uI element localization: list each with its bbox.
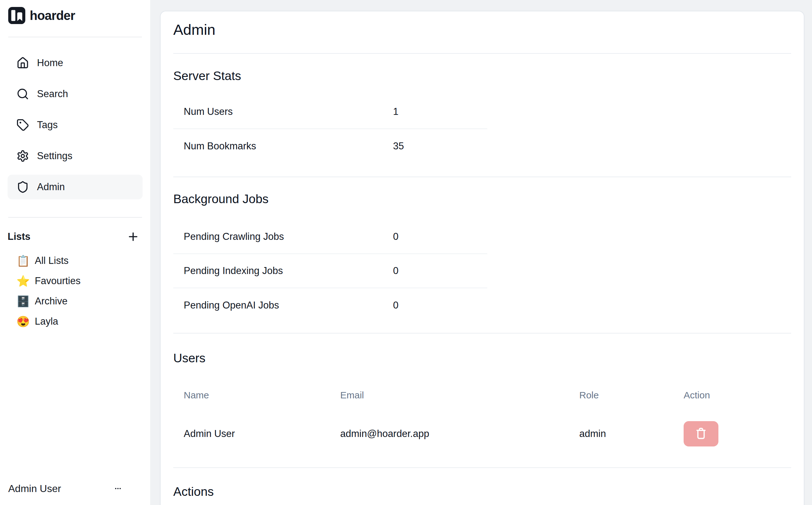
actions-title: Actions [173, 484, 791, 500]
users-header-row: Name Email Role Action [173, 382, 791, 408]
user-email-cell: admin@hoarder.app [340, 428, 579, 440]
nav-item-admin[interactable]: Admin [8, 175, 143, 199]
lists-title: Lists [8, 231, 30, 242]
stat-row: Num Bookmarks35 [173, 129, 487, 163]
section-divider [173, 53, 791, 54]
nav-item-settings[interactable]: Settings [8, 144, 143, 168]
column-header-email: Email [340, 390, 579, 400]
page-title: Admin [173, 21, 791, 39]
nav-item-label: Home [37, 57, 63, 69]
list-item-archive[interactable]: 🗄️Archive [8, 291, 143, 311]
stat-label: Pending Crawling Jobs [184, 231, 393, 242]
app-root: hoarder HomeSearchTagsSettingsAdmin List… [0, 0, 812, 505]
hoarder-logo[interactable]: hoarder [8, 6, 143, 25]
list-item-favourties[interactable]: ⭐Favourties [8, 271, 143, 291]
list-item-label: Layla [35, 316, 58, 327]
clipboard-icon: 📋 [16, 256, 29, 266]
section-divider [173, 333, 791, 334]
stat-row: Pending Crawling Jobs0 [173, 220, 487, 254]
stat-label: Pending OpenAI Jobs [184, 300, 393, 311]
main-area: Admin Server Stats Num Users1Num Bookmar… [150, 0, 812, 505]
section-server-stats: Server Stats Num Users1Num Bookmarks35 [173, 68, 791, 163]
sidebar: hoarder HomeSearchTagsSettingsAdmin List… [0, 0, 150, 505]
gear-icon [16, 150, 29, 162]
list-item-all-lists[interactable]: 📋All Lists [8, 250, 143, 271]
nav-item-label: Settings [37, 150, 72, 162]
user-table-row: Admin Useradmin@hoarder.appadmin [173, 408, 791, 460]
nav-item-label: Admin [37, 181, 65, 193]
search-icon [16, 88, 29, 100]
sidebar-nav: HomeSearchTagsSettingsAdmin [8, 51, 143, 206]
lists-header: Lists [8, 228, 143, 245]
server-stats-title: Server Stats [173, 68, 791, 84]
stat-row: Pending Indexing Jobs0 [173, 254, 487, 288]
admin-card: Admin Server Stats Num Users1Num Bookmar… [160, 11, 804, 505]
background-jobs-table: Pending Crawling Jobs0Pending Indexing J… [173, 220, 487, 322]
stat-label: Num Bookmarks [184, 141, 393, 152]
nav-item-label: Tags [37, 119, 57, 131]
section-actions: Actions [173, 484, 791, 500]
nav-item-tags[interactable]: Tags [8, 113, 143, 137]
section-background-jobs: Background Jobs Pending Crawling Jobs0Pe… [173, 191, 791, 322]
delete-user-button[interactable] [684, 421, 719, 447]
bookmark-logo-icon [8, 7, 25, 24]
tag-icon [16, 119, 29, 131]
list-item-label: Favourties [35, 275, 81, 287]
section-divider [173, 177, 791, 177]
user-role-cell: admin [579, 428, 684, 440]
stat-value: 0 [393, 300, 487, 311]
star-icon: ⭐ [16, 276, 29, 286]
more-options-button[interactable] [110, 482, 127, 495]
stat-row: Num Users1 [173, 95, 487, 129]
footer-user-name: Admin User [8, 483, 61, 495]
user-name-cell: Admin User [173, 428, 340, 440]
file-cabinet-icon: 🗄️ [16, 296, 29, 307]
list-item-label: All Lists [35, 255, 69, 267]
stat-label: Num Users [184, 106, 393, 117]
logo-text: hoarder [30, 9, 75, 23]
lists-container: 📋All Lists⭐Favourties🗄️Archive😍Layla [8, 250, 143, 332]
server-stats-table: Num Users1Num Bookmarks35 [173, 95, 487, 163]
home-icon [16, 57, 29, 69]
stat-value: 1 [393, 106, 487, 117]
column-header-action: Action [684, 390, 791, 400]
heart-eyes-icon: 😍 [16, 316, 29, 327]
background-jobs-title: Background Jobs [173, 191, 791, 207]
stat-value: 0 [393, 265, 487, 277]
stat-row: Pending OpenAI Jobs0 [173, 288, 487, 322]
list-item-layla[interactable]: 😍Layla [8, 311, 143, 332]
list-item-label: Archive [35, 296, 67, 307]
trash-icon [694, 427, 708, 442]
stat-label: Pending Indexing Jobs [184, 265, 393, 277]
users-rows: Admin Useradmin@hoarder.appadmin [173, 408, 791, 460]
nav-item-label: Search [37, 88, 68, 100]
ellipsis-icon [110, 485, 127, 492]
column-header-name: Name [173, 390, 340, 400]
nav-item-search[interactable]: Search [8, 81, 143, 106]
add-list-button[interactable] [127, 230, 140, 243]
sidebar-footer: Admin User [8, 480, 143, 497]
stat-value: 35 [393, 141, 487, 152]
sidebar-divider-lists [8, 217, 142, 218]
sidebar-divider-top [8, 37, 142, 37]
users-title: Users [173, 350, 791, 366]
shield-icon [16, 181, 29, 193]
users-table: Name Email Role Action Admin Useradmin@h… [173, 382, 791, 460]
section-divider [173, 467, 791, 468]
stat-value: 0 [393, 231, 487, 242]
section-users: Users Name Email Role Action Admin Usera… [173, 350, 791, 460]
plus-icon [127, 230, 140, 243]
nav-item-home[interactable]: Home [8, 51, 143, 75]
column-header-role: Role [579, 390, 684, 400]
